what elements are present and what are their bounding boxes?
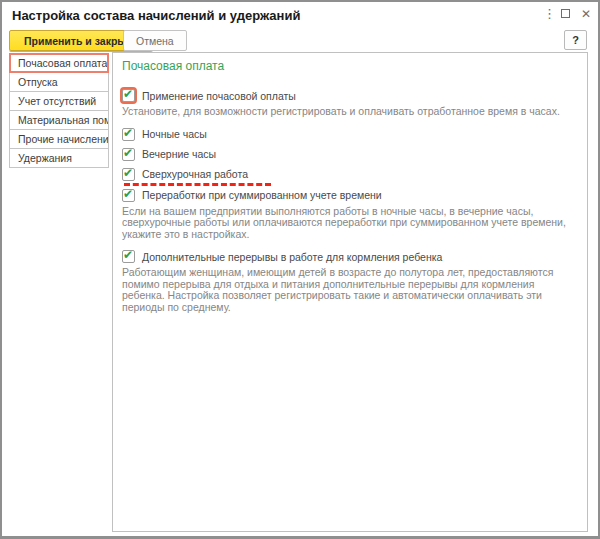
checkbox-row-feeding-breaks[interactable]: ✔ Дополнительные перерывы в работе для к… bbox=[122, 249, 577, 264]
checkbox-row-overwork-summarized[interactable]: ✔ Переработки при суммированном учете вр… bbox=[122, 188, 577, 203]
checkmark-icon: ✔ bbox=[123, 248, 133, 262]
checkbox-row-hourly-pay-enabled[interactable]: ✔ Применение почасовой оплаты bbox=[122, 88, 577, 103]
sidebar-item-material-aid[interactable]: Материальная помощь bbox=[9, 110, 109, 130]
evening-hours-checkbox[interactable]: ✔ bbox=[122, 148, 135, 161]
sidebar-item-vacations[interactable]: Отпуска bbox=[9, 72, 109, 92]
feeding-breaks-checkbox[interactable]: ✔ bbox=[122, 250, 135, 263]
checkbox-label: Дополнительные перерывы в работе для кор… bbox=[142, 251, 442, 263]
checkbox-label: Вечерние часы bbox=[142, 148, 216, 160]
checkbox-label: Сверхурочная работа bbox=[142, 168, 248, 180]
checkbox-row-overtime[interactable]: ✔ Сверхурочная работа bbox=[122, 167, 577, 182]
night-hours-checkbox[interactable]: ✔ bbox=[122, 128, 135, 141]
overwork-description: Если на вашем предприятии выполняются ра… bbox=[122, 206, 577, 241]
title-bar: Настройка состава начислений и удержаний… bbox=[2, 2, 598, 28]
window-title: Настройка состава начислений и удержаний bbox=[12, 8, 300, 23]
hourly-pay-checkbox[interactable]: ✔ bbox=[122, 89, 135, 102]
checkmark-icon: ✔ bbox=[123, 187, 133, 201]
hourly-pay-description: Установите, для возможности регистрирова… bbox=[122, 106, 577, 118]
sidebar-item-other-accruals[interactable]: Прочие начисления bbox=[9, 129, 109, 149]
attention-underline bbox=[124, 183, 271, 186]
feeding-breaks-description: Работающим женщинам, имеющим детей в воз… bbox=[122, 267, 577, 313]
sections-nav: Почасовая оплата Отпуска Учет отсутствий… bbox=[9, 53, 109, 168]
checkbox-row-evening-hours[interactable]: ✔ Вечерние часы bbox=[122, 147, 577, 162]
sidebar-item-absences[interactable]: Учет отсутствий bbox=[9, 91, 109, 111]
sidebar-item-deductions[interactable]: Удержания bbox=[9, 148, 109, 168]
checkmark-icon: ✔ bbox=[123, 146, 133, 160]
overtime-checkbox[interactable]: ✔ bbox=[122, 168, 135, 181]
help-button[interactable]: ? bbox=[564, 30, 587, 50]
sidebar-item-hourly-pay[interactable]: Почасовая оплата bbox=[9, 53, 109, 73]
window-controls: ⋮ ✕ bbox=[543, 7, 592, 21]
settings-panel: Почасовая оплата ✔ Применение почасовой … bbox=[112, 52, 588, 532]
overwork-summarized-checkbox[interactable]: ✔ bbox=[122, 189, 135, 202]
checkbox-label: Применение почасовой оплаты bbox=[142, 90, 296, 102]
close-icon[interactable]: ✕ bbox=[580, 7, 592, 21]
checkmark-icon: ✔ bbox=[123, 87, 133, 101]
checkbox-label: Ночные часы bbox=[142, 128, 207, 140]
checkmark-icon: ✔ bbox=[123, 166, 133, 180]
checkbox-row-night-hours[interactable]: ✔ Ночные часы bbox=[122, 127, 577, 142]
page-title: Почасовая оплата bbox=[122, 59, 577, 73]
checkmark-icon: ✔ bbox=[123, 126, 133, 140]
maximize-glyph bbox=[561, 9, 570, 18]
toolbar: Применить и закрыть Отмена ? bbox=[2, 29, 598, 51]
dialog-window: Настройка состава начислений и удержаний… bbox=[0, 0, 600, 539]
checkbox-label: Переработки при суммированном учете врем… bbox=[142, 189, 382, 201]
more-menu-icon[interactable]: ⋮ bbox=[543, 7, 551, 21]
cancel-button[interactable]: Отмена bbox=[123, 30, 187, 51]
maximize-icon[interactable] bbox=[561, 7, 570, 21]
